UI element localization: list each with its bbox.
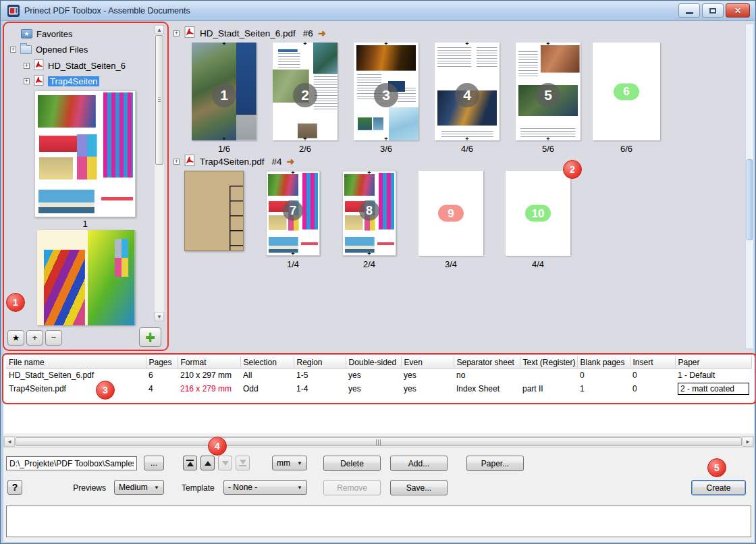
main-scrollbar[interactable]: [745, 24, 754, 349]
move-to-top-button[interactable]: [183, 456, 197, 470]
collapse-all-button[interactable]: −: [45, 330, 62, 346]
unit-dropdown[interactable]: mm▼: [272, 456, 307, 470]
create-button[interactable]: Create: [691, 480, 746, 495]
column-header-region[interactable]: Region: [294, 356, 346, 369]
move-up-button[interactable]: [200, 456, 215, 470]
column-header-even[interactable]: Even: [401, 356, 454, 369]
help-button[interactable]: ?: [7, 480, 22, 495]
scroll-up-icon[interactable]: ▲: [155, 25, 164, 34]
expand-icon[interactable]: +: [173, 30, 180, 36]
column-header-double-sided[interactable]: Double-sided: [346, 356, 401, 369]
add-file-button[interactable]: +: [139, 327, 161, 347]
cell-separator-sheet[interactable]: Index Sheet: [454, 382, 520, 396]
cell-format[interactable]: 210 x 297 mm: [178, 369, 240, 383]
save-button[interactable]: Save...: [390, 480, 448, 495]
cell-even[interactable]: yes: [401, 369, 454, 383]
message-log-area[interactable]: [6, 506, 751, 537]
title-bar[interactable]: Prinect PDF Toolbox - Assemble Documents…: [1, 1, 755, 21]
scroll-down-icon[interactable]: ▼: [155, 312, 164, 321]
page-thumbnail[interactable]: 2: [273, 43, 338, 140]
delete-button[interactable]: Delete: [323, 456, 381, 471]
table-row[interactable]: Trap4Seiten.pdf 4 216 x 279 mm Odd 1-4 y…: [6, 382, 751, 396]
minimize-button[interactable]: [678, 3, 700, 18]
page-thumbnail[interactable]: 1: [192, 43, 256, 140]
cell-insert[interactable]: 0: [630, 369, 675, 383]
sidebar-page-thumbnail-2[interactable]: [37, 230, 135, 325]
column-header-format[interactable]: Format: [178, 356, 240, 369]
scrollbar-thumb[interactable]: [747, 159, 753, 240]
remove-button[interactable]: Remove: [323, 480, 381, 495]
cell-double-sided[interactable]: yes: [346, 369, 401, 383]
maximize-button[interactable]: [702, 3, 724, 18]
cell-insert[interactable]: 0: [630, 382, 675, 396]
cell-text-register[interactable]: [520, 369, 577, 383]
page-thumbnail[interactable]: 9: [418, 171, 483, 256]
column-header-file-name[interactable]: File name: [6, 356, 146, 369]
page-thumbnail[interactable]: 7: [266, 171, 320, 256]
add-button[interactable]: Add...: [390, 456, 448, 471]
paper-edit-box[interactable]: 2 - matt coated: [678, 383, 749, 395]
move-to-bottom-button[interactable]: [236, 456, 250, 470]
scroll-right-icon[interactable]: ►: [742, 437, 753, 447]
favorite-button[interactable]: ★: [7, 330, 24, 346]
scrollbar-thumb[interactable]: [155, 35, 163, 165]
pdf-file-icon: [184, 155, 195, 168]
sidebar-item-opened-files[interactable]: + Opened Files: [10, 43, 88, 56]
browse-button[interactable]: ...: [144, 456, 164, 470]
horizontal-scrollbar[interactable]: ◄ ►: [3, 436, 754, 447]
sidebar-scrollbar[interactable]: ▲ ▼: [154, 24, 165, 322]
expand-icon[interactable]: +: [10, 47, 16, 53]
document-header-1[interactable]: + HD_Stadt_Seiten_6.pdf #6 ➜: [173, 26, 326, 40]
page-thumbnail[interactable]: 6: [593, 43, 660, 140]
cell-pages[interactable]: 4: [146, 382, 178, 396]
cell-double-sided[interactable]: yes: [346, 382, 401, 396]
cell-selection[interactable]: All: [240, 369, 294, 383]
cell-paper[interactable]: 1 - Default: [675, 369, 751, 383]
table-row[interactable]: HD_Stadt_Seiten_6.pdf 6 210 x 297 mm All…: [6, 369, 751, 383]
sidebar-item-trap4seiten[interactable]: + Trap4Seiten: [24, 74, 99, 88]
cell-blank-pages[interactable]: 0: [577, 369, 630, 383]
cell-file-name[interactable]: HD_Stadt_Seiten_6.pdf: [6, 369, 146, 383]
column-header-text-register[interactable]: Text (Register): [520, 356, 577, 369]
cell-blank-pages[interactable]: 1: [577, 382, 630, 396]
column-header-selection[interactable]: Selection: [240, 356, 294, 369]
scrollbar-thumb[interactable]: [16, 437, 742, 446]
page-thumbnail[interactable]: 8: [342, 171, 396, 256]
expand-all-button[interactable]: +: [26, 330, 43, 346]
cell-region[interactable]: 1-4: [294, 382, 346, 396]
cell-even[interactable]: yes: [401, 382, 454, 396]
previews-dropdown[interactable]: Medium▼: [114, 480, 164, 495]
expand-icon[interactable]: +: [24, 78, 30, 84]
column-header-pages[interactable]: Pages: [146, 356, 178, 369]
cell-selection[interactable]: Odd: [240, 382, 294, 396]
page-thumbnail[interactable]: 3: [354, 43, 418, 140]
expand-icon[interactable]: +: [24, 63, 30, 69]
document-header-2[interactable]: + Trap4Seiten.pdf #4 ➜: [173, 155, 294, 168]
expand-icon[interactable]: +: [173, 159, 180, 165]
column-header-insert[interactable]: Insert: [630, 356, 675, 369]
page-thumbnail[interactable]: 10: [506, 171, 570, 256]
template-dropdown[interactable]: - None -▼: [223, 480, 307, 495]
sidebar-item-favorites[interactable]: ★ Favorites: [21, 27, 72, 40]
page-thumbnail[interactable]: 5: [516, 43, 580, 140]
cell-region[interactable]: 1-5: [294, 369, 346, 383]
column-header-separator-sheet[interactable]: Separator sheet: [454, 356, 520, 369]
column-header-paper[interactable]: Paper: [675, 356, 751, 369]
cell-pages[interactable]: 6: [146, 369, 178, 383]
paper-button[interactable]: Paper...: [466, 456, 524, 471]
cell-paper-selected[interactable]: 2 - matt coated: [675, 382, 751, 396]
sidebar-item-hd-stadt-seiten[interactable]: + HD_Stadt_Seiten_6: [24, 59, 126, 72]
cell-text-register[interactable]: part II: [520, 382, 577, 396]
sidebar-page-thumbnail-1[interactable]: [34, 90, 136, 217]
arrow-up-icon: [205, 461, 211, 466]
close-button[interactable]: ✕: [726, 3, 750, 18]
column-header-blank-pages[interactable]: Blank pages: [577, 356, 630, 369]
cell-format-warning[interactable]: 216 x 279 mm: [178, 382, 240, 396]
page-thumbnail[interactable]: 4: [435, 43, 500, 140]
scroll-left-icon[interactable]: ◄: [4, 437, 15, 447]
cell-separator-sheet[interactable]: no: [454, 369, 520, 383]
path-input[interactable]: [6, 456, 137, 470]
separator-sheet-thumbnail[interactable]: [184, 171, 244, 251]
cell-file-name[interactable]: Trap4Seiten.pdf: [6, 382, 146, 396]
move-down-button[interactable]: [218, 456, 232, 470]
